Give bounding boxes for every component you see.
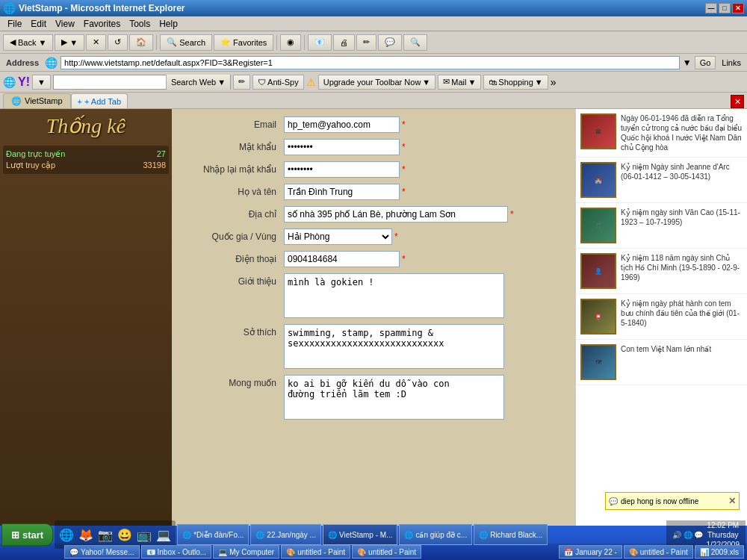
yahoo-search-dropdown-icon: ▼ — [217, 78, 226, 87]
stamp-item-4[interactable]: 📮 Kỷ niệm ngày phát hành con tem bưu chí… — [576, 294, 747, 340]
email-input[interactable] — [284, 116, 400, 133]
taskbar-bottom-right-1[interactable]: 🎨 untitled - Paint — [624, 545, 693, 559]
taskbar-bottom-4[interactable]: 🎨 untitled - Paint — [352, 545, 421, 559]
yahoo-upgrade-button[interactable]: Upgrade your Toolbar Now ▼ — [318, 75, 436, 90]
menu-view[interactable]: View — [51, 18, 79, 30]
maximize-button[interactable]: □ — [719, 3, 731, 13]
password-input[interactable] — [284, 139, 400, 155]
print-button[interactable]: 🖨 — [333, 34, 355, 51]
close-button[interactable]: ✕ — [732, 3, 744, 13]
taskbar-window-1[interactable]: 🌐 22.Jan/ngày ... — [250, 524, 321, 545]
taskbar-bottom-0[interactable]: 💬 Yahoo! Messe... — [64, 545, 140, 559]
quicklaunch-media-icon[interactable]: 📺 — [135, 526, 153, 544]
yahoo-antispy-button[interactable]: 🛡 Anti-Spy — [252, 75, 304, 90]
yahoo-mail-button[interactable]: ✉ Mail ▼ — [438, 75, 481, 90]
yahoo-search-input[interactable] — [54, 75, 166, 89]
stamp-item-3[interactable]: 👤 Kỷ niệm 118 năm ngày sinh Chủ tịch Hồ … — [576, 249, 747, 294]
stamp-item-5[interactable]: 🗺 Con tem Việt Nam lớn nhất — [576, 340, 747, 385]
yahoo-edit-button[interactable]: ✏ — [233, 75, 250, 90]
links-button[interactable]: Links — [719, 58, 744, 67]
edit-button[interactable]: ✏ — [356, 34, 376, 51]
discuss-button[interactable]: 💬 — [378, 34, 402, 51]
form-row-region: Quốc gia / Vùng Hải Phòng * — [187, 228, 560, 245]
forward-button[interactable]: ▶ ▼ — [55, 34, 84, 51]
favorites-button[interactable]: ⭐ Favorites — [214, 34, 273, 51]
go-button[interactable]: Go — [695, 56, 716, 69]
taskbar-window-2[interactable]: 🌐 VietStamp - M... — [323, 524, 398, 545]
region-select[interactable]: Hải Phòng — [284, 228, 392, 245]
hobbies-textarea[interactable]: swimming, stamp, spamming & sexxxxxxxxxx… — [284, 324, 504, 369]
menu-favorites[interactable]: Favorites — [79, 18, 125, 30]
stamp-item-2[interactable]: 🎵 Kỷ niệm ngày sinh Văn Cao (15-11-1923 … — [576, 203, 747, 249]
start-button[interactable]: ⊞ start — [1, 523, 53, 546]
visits-label: Lượt truy cập — [6, 161, 55, 170]
quicklaunch-photo-icon[interactable]: 📷 — [96, 526, 114, 544]
print-icon: 🖨 — [340, 38, 348, 47]
discuss-icon: 💬 — [385, 37, 395, 47]
menu-edit[interactable]: Edit — [26, 18, 51, 30]
confirm-password-required: * — [402, 164, 406, 175]
yahoo-shopping-button[interactable]: 🛍 Shopping ▼ — [483, 75, 548, 90]
history-button[interactable]: ◉ — [280, 34, 301, 51]
taskbar-window-4[interactable]: 🌐 Richard Black... — [474, 524, 548, 545]
taskbar-bottom-2[interactable]: 💻 My Computer — [213, 545, 279, 559]
back-dropdown-icon: ▼ — [38, 38, 46, 47]
add-tab-icon: + — [78, 97, 82, 106]
home-button[interactable]: 🏠 — [129, 34, 153, 51]
quicklaunch-emoji-icon[interactable]: 😀 — [116, 526, 134, 544]
address-input[interactable] — [284, 206, 508, 223]
stamp-text-2: Kỷ niệm ngày sinh Văn Cao (15-11-1923 – … — [621, 208, 743, 243]
minimize-button[interactable]: — — [705, 3, 717, 13]
fullname-input[interactable] — [284, 184, 400, 200]
quicklaunch-ie-icon[interactable]: 🌐 — [58, 526, 75, 544]
address-form-label: Địa chỉ — [187, 209, 284, 220]
taskbar-bottom-3[interactable]: 🎨 untitled - Paint — [281, 545, 350, 559]
yahoo-more-icon[interactable]: » — [551, 76, 557, 88]
taskbar-bottom-right-0[interactable]: 📅 January 22 - — [559, 545, 622, 559]
address-input[interactable] — [61, 56, 680, 69]
taskbar-bottom-1[interactable]: 📧 Inbox - Outlo... — [141, 545, 212, 559]
intro-textarea[interactable]: mình là gokien ! — [284, 273, 504, 318]
address-dropdown-icon[interactable]: ▼ — [683, 57, 692, 68]
add-tab-button[interactable]: + + Add Tab — [71, 93, 128, 108]
menu-tools[interactable]: Tools — [125, 18, 155, 30]
back-button[interactable]: ◀ Back ▼ — [3, 34, 53, 51]
phone-input[interactable] — [284, 251, 400, 267]
confirm-password-input[interactable] — [284, 161, 400, 178]
visits-row: Lượt truy cập 33198 — [6, 160, 166, 171]
title-bar-left: 🌐 VietStamp - Microsoft Internet Explore… — [3, 2, 185, 14]
yahoo-upgrade-dropdown-icon: ▼ — [422, 78, 430, 87]
tray-time: 12:02 PM — [707, 520, 740, 530]
stamp-text-0: Ngày 06-01-1946 đã diễn ra Tổng tuyển cử… — [621, 113, 743, 152]
forward-icon: ▶ — [61, 37, 67, 47]
research-button[interactable]: 🔍 — [403, 34, 427, 51]
yahoo-search-button[interactable]: Search Web ▼ — [166, 75, 230, 90]
taskbar-window-0[interactable]: 🌐 *Diễn đàn/Fo... — [177, 524, 249, 545]
stop-button[interactable]: ✕ — [86, 34, 106, 51]
wishes-textarea[interactable]: ko ai bi gỡ kiến du dỗ vào con đường tri… — [284, 375, 504, 420]
yahoo-options-button[interactable]: ▼ — [32, 75, 51, 90]
messenger-popup-close-button[interactable]: ✕ — [728, 496, 736, 506]
taskbar-bottom-right-2-icon: 📊 — [700, 548, 709, 556]
close-all-tabs-button[interactable]: ✕ — [731, 95, 744, 108]
menu-file[interactable]: File — [3, 18, 26, 30]
quicklaunch-computer-icon[interactable]: 💻 — [155, 526, 173, 544]
yahoo-y-icon[interactable]: 🌐 — [3, 76, 16, 88]
mail-icon: 📧 — [314, 37, 325, 47]
stamp-item-1[interactable]: 🏰 Kỷ niệm Ngày sinh Jeanne d'Arc (06-01-… — [576, 158, 747, 203]
refresh-button[interactable]: ↺ — [108, 34, 128, 51]
form-row-hobbies: Sở thích swimming, stamp, spamming & sex… — [187, 324, 560, 369]
menu-help[interactable]: Help — [155, 18, 182, 30]
start-icon: ⊞ — [11, 529, 19, 541]
stamp-item-0[interactable]: 🏛 Ngày 06-01-1946 đã diễn ra Tổng tuyển … — [576, 109, 747, 158]
online-count: 27 — [157, 149, 166, 159]
taskbar-bottom-1-icon: 📧 — [146, 548, 155, 556]
search-button[interactable]: 🔍 Search — [160, 34, 212, 51]
yahoo-mail-icon: ✉ — [443, 77, 450, 87]
taskbar-window-3[interactable]: 🌐 cần giúp đỡ c... — [399, 524, 472, 545]
quicklaunch-firefox-icon[interactable]: 🦊 — [77, 526, 95, 544]
mail-button[interactable]: 📧 — [308, 34, 332, 51]
taskbar-bottom-right-2[interactable]: 📊 2009.xls — [695, 545, 744, 559]
stamp-image-1: 🏰 — [580, 162, 616, 198]
tab-vietstamp[interactable]: 🌐 VietStamp — [3, 93, 71, 108]
